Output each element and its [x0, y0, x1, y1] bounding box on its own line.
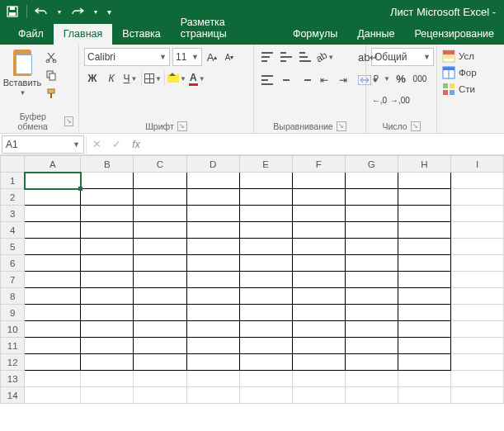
cell[interactable]	[134, 305, 186, 321]
cell[interactable]	[186, 305, 239, 321]
cell[interactable]	[451, 189, 504, 206]
row-header[interactable]: 5	[1, 239, 25, 255]
row-header[interactable]: 12	[1, 354, 25, 371]
tab-insert[interactable]: Вставка	[112, 24, 170, 45]
cell[interactable]	[398, 222, 450, 239]
cell[interactable]	[186, 255, 239, 272]
cell[interactable]	[81, 255, 134, 272]
fx-icon[interactable]: fx	[126, 135, 146, 154]
align-middle-icon[interactable]	[278, 48, 294, 66]
cell[interactable]	[186, 354, 239, 371]
cell[interactable]	[398, 338, 450, 354]
cell[interactable]	[239, 222, 292, 239]
column-header[interactable]: H	[398, 156, 450, 173]
format-as-table-button[interactable]: Фор	[442, 66, 499, 79]
select-all-corner[interactable]	[1, 156, 25, 173]
cell[interactable]	[398, 354, 450, 371]
cell[interactable]	[81, 189, 134, 206]
qat-customize-icon[interactable]: ▾	[105, 2, 113, 21]
cell[interactable]	[239, 272, 292, 288]
cell[interactable]	[451, 255, 504, 272]
redo-icon[interactable]	[68, 2, 87, 21]
align-right-icon[interactable]	[297, 71, 313, 89]
row-header[interactable]: 2	[1, 189, 25, 206]
copy-icon[interactable]	[43, 68, 59, 83]
row-header[interactable]: 8	[1, 288, 25, 305]
cell[interactable]	[25, 239, 81, 255]
row-header[interactable]: 11	[1, 338, 25, 354]
cell[interactable]	[345, 354, 398, 371]
cell[interactable]	[134, 173, 186, 189]
undo-more-icon[interactable]: ▾	[55, 2, 64, 21]
cell[interactable]	[134, 338, 186, 354]
cell[interactable]	[134, 189, 186, 206]
decrease-indent-icon[interactable]: ⇤	[316, 71, 332, 89]
row-header[interactable]: 14	[1, 387, 25, 404]
cell[interactable]	[25, 206, 81, 222]
cell[interactable]	[134, 288, 186, 305]
wrap-text-button[interactable]: ab↵	[358, 48, 379, 66]
cell[interactable]	[134, 321, 186, 338]
cell[interactable]	[292, 354, 345, 371]
cell[interactable]	[345, 189, 398, 206]
name-box[interactable]: A1 ▼	[2, 135, 84, 154]
align-bottom-icon[interactable]	[297, 48, 313, 66]
row-header[interactable]: 7	[1, 272, 25, 288]
format-painter-icon[interactable]	[43, 86, 59, 101]
dialog-launcher-icon[interactable]: ↘	[411, 121, 421, 131]
cell[interactable]	[239, 354, 292, 371]
cell[interactable]	[398, 272, 450, 288]
tab-data[interactable]: Данные	[347, 24, 404, 45]
orientation-icon[interactable]: ab▼	[316, 48, 334, 66]
cell[interactable]	[345, 305, 398, 321]
percent-format-icon[interactable]: %	[393, 69, 409, 88]
cell[interactable]	[239, 371, 292, 387]
cell[interactable]	[239, 288, 292, 305]
cell[interactable]	[134, 272, 186, 288]
cell[interactable]	[239, 255, 292, 272]
tab-home[interactable]: Главная	[54, 24, 113, 45]
number-format-combo[interactable]: Общий ▼	[371, 48, 434, 66]
row-header[interactable]: 1	[1, 173, 25, 189]
cell[interactable]	[451, 387, 504, 404]
cell[interactable]	[451, 222, 504, 239]
row-header[interactable]: 4	[1, 222, 25, 239]
cell[interactable]	[81, 338, 134, 354]
column-header[interactable]: D	[186, 156, 239, 173]
row-header[interactable]: 9	[1, 305, 25, 321]
row-header[interactable]: 3	[1, 206, 25, 222]
cell[interactable]	[239, 173, 292, 189]
cell[interactable]	[81, 222, 134, 239]
cell[interactable]	[398, 173, 450, 189]
cell[interactable]	[345, 239, 398, 255]
cell[interactable]	[25, 288, 81, 305]
column-header[interactable]: E	[239, 156, 292, 173]
undo-icon[interactable]	[32, 2, 50, 21]
row-header[interactable]: 6	[1, 255, 25, 272]
cell[interactable]	[292, 222, 345, 239]
column-header[interactable]: A	[25, 156, 81, 173]
cell[interactable]	[398, 305, 450, 321]
dialog-launcher-icon[interactable]: ↘	[337, 121, 346, 131]
cell[interactable]	[292, 371, 345, 387]
cell[interactable]	[345, 272, 398, 288]
cell[interactable]	[398, 387, 450, 404]
cell[interactable]	[134, 387, 186, 404]
cell[interactable]	[292, 321, 345, 338]
cell[interactable]	[292, 338, 345, 354]
cell[interactable]	[134, 354, 186, 371]
conditional-formatting-button[interactable]: Усл	[442, 50, 499, 63]
cell[interactable]	[398, 321, 450, 338]
cell[interactable]	[451, 272, 504, 288]
decrease-decimal-icon[interactable]: →,00	[390, 91, 410, 109]
cell[interactable]	[345, 222, 398, 239]
cell[interactable]	[25, 338, 81, 354]
column-header[interactable]: B	[81, 156, 134, 173]
cell[interactable]	[81, 288, 134, 305]
cell[interactable]	[239, 321, 292, 338]
paste-button[interactable]: Вставить ▼	[5, 48, 40, 101]
cell[interactable]	[292, 173, 345, 189]
fill-color-button[interactable]: ▼	[167, 69, 186, 88]
italic-button[interactable]: К	[103, 69, 120, 88]
cell[interactable]	[451, 338, 504, 354]
